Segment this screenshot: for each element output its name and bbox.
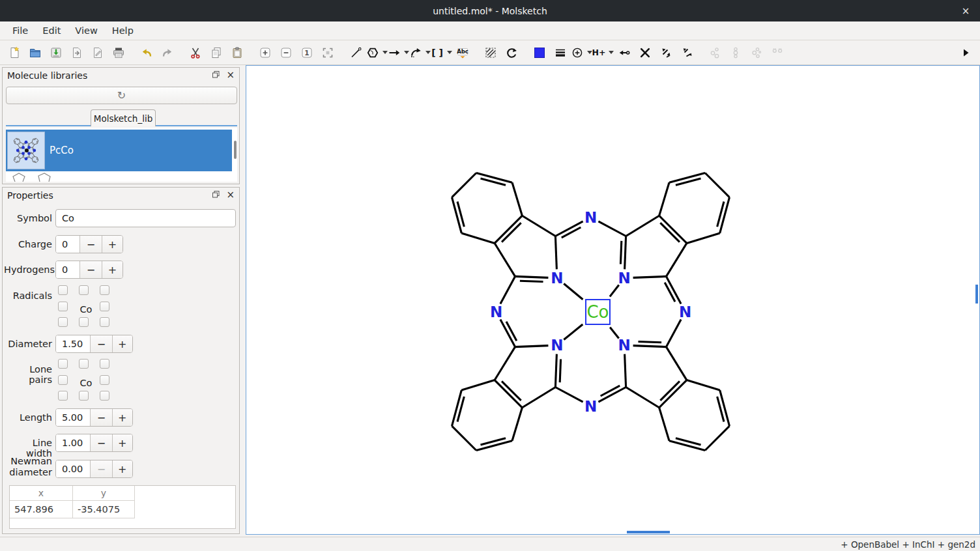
hydrogen-tool-icon[interactable]: H+	[592, 42, 614, 63]
float-panel-icon[interactable]	[212, 70, 220, 81]
chevron-down-icon[interactable]	[609, 51, 614, 54]
copy-icon[interactable]	[206, 42, 227, 63]
new-file-icon[interactable]	[4, 42, 25, 63]
reaction-arrow-icon[interactable]	[388, 42, 409, 63]
menu-edit[interactable]: Edit	[35, 23, 68, 38]
tab-molsketch-lib[interactable]: Molsketch_lib	[91, 109, 156, 126]
molecule-libraries-title: Molecule libraries	[7, 70, 212, 81]
menu-view[interactable]: View	[68, 23, 104, 38]
lone-pairs-label: Lone pairs	[4, 364, 52, 385]
hydrogens-decrement-button[interactable]: −	[79, 261, 101, 278]
molecule-drawing[interactable]: CoNNNNNNNN	[246, 66, 979, 534]
line-width-tool-icon[interactable]	[550, 42, 571, 63]
toolbar-expander-icon[interactable]	[955, 42, 976, 63]
open-file-icon[interactable]	[25, 42, 46, 63]
menu-help[interactable]: Help	[105, 23, 141, 38]
vertical-scrollbar-thumb[interactable]	[975, 285, 978, 304]
lone-pair-checkbox[interactable]	[100, 359, 109, 369]
zoom-out-icon[interactable]	[276, 42, 296, 63]
drawing-canvas[interactable]: CoNNNNNNNN	[246, 65, 980, 535]
svg-text:N: N	[551, 337, 563, 354]
length-value[interactable]: 5.00	[56, 409, 90, 426]
lone-pair-checkbox[interactable]	[58, 391, 68, 401]
library-scrollbar-thumb[interactable]	[234, 141, 237, 159]
paste-icon[interactable]	[227, 42, 248, 63]
diameter-value[interactable]: 1.50	[56, 335, 90, 352]
save-file-icon[interactable]	[46, 42, 66, 63]
diameter-decrement-button[interactable]: −	[90, 335, 111, 352]
radical-checkbox[interactable]	[79, 285, 89, 295]
horizontal-scrollbar-thumb[interactable]	[627, 531, 670, 533]
radical-checkbox[interactable]	[58, 285, 68, 295]
flip-tool-2-icon[interactable]	[676, 42, 697, 63]
chevron-down-icon[interactable]	[404, 51, 409, 54]
zoom-original-icon[interactable]: 1	[296, 42, 317, 63]
hydrogens-value[interactable]: 0	[56, 261, 79, 278]
rotate-tool-icon[interactable]	[501, 42, 522, 63]
newman-diameter-increment-button[interactable]: +	[112, 460, 132, 477]
library-item-pcco[interactable]: PcCo	[6, 130, 232, 171]
line-width-decrement-button[interactable]: −	[90, 434, 111, 451]
charge-label: Charge	[4, 239, 52, 249]
color-swatch-icon[interactable]	[529, 42, 550, 63]
left-dock: Molecule libraries × ↻ Molsketch_lib PcC…	[0, 65, 246, 537]
coordinate-x-cell[interactable]: 547.896	[10, 501, 73, 518]
menu-file[interactable]: File	[5, 23, 35, 38]
diameter-increment-button[interactable]: +	[112, 335, 132, 352]
redo-icon[interactable]	[157, 42, 178, 63]
symbol-input[interactable]: Co	[55, 209, 236, 227]
lone-pair-checkbox[interactable]	[58, 359, 68, 369]
charge-value[interactable]: 0	[56, 236, 79, 253]
svg-text:N: N	[584, 398, 597, 415]
library-item-next-peek[interactable]	[6, 171, 232, 182]
float-panel-icon[interactable]	[212, 190, 220, 201]
charge-decrement-button[interactable]: −	[79, 236, 101, 253]
zoom-in-icon[interactable]	[255, 42, 276, 63]
charge-tool-icon[interactable]	[571, 42, 592, 63]
save-as-file-icon[interactable]	[66, 42, 87, 63]
lone-pair-checkbox[interactable]	[79, 391, 89, 401]
electron-arrow-icon[interactable]	[614, 42, 635, 63]
charge-increment-button[interactable]: +	[102, 236, 122, 253]
coordinate-y-cell[interactable]: -35.4075	[73, 501, 135, 518]
length-decrement-button[interactable]: −	[90, 409, 111, 426]
chevron-down-icon[interactable]	[382, 51, 388, 54]
hatch-area-icon[interactable]	[480, 42, 501, 63]
radical-checkbox[interactable]	[100, 285, 109, 295]
undo-icon[interactable]	[136, 42, 157, 63]
bracket-tool-icon[interactable]: [ ]	[431, 42, 452, 63]
lone-pair-checkbox[interactable]	[79, 359, 89, 369]
close-panel-icon[interactable]: ×	[226, 190, 235, 200]
library-refresh-button[interactable]: ↻	[6, 87, 237, 104]
draw-bond-icon[interactable]	[345, 42, 366, 63]
chevron-down-icon[interactable]	[587, 51, 592, 54]
chevron-down-icon[interactable]	[447, 51, 452, 54]
line-width-increment-button[interactable]: +	[112, 434, 132, 451]
radical-checkbox[interactable]	[79, 317, 89, 327]
ring-tool-icon[interactable]	[366, 42, 388, 63]
radical-checkbox[interactable]	[100, 317, 109, 327]
line-width-value[interactable]: 1.00	[56, 434, 90, 451]
close-panel-icon[interactable]: ×	[226, 70, 235, 80]
radical-checkbox[interactable]	[100, 302, 109, 311]
newman-diameter-decrement-button[interactable]: −	[90, 460, 111, 477]
cut-icon[interactable]	[185, 42, 206, 63]
text-tool-icon[interactable]: Abc	[452, 42, 473, 63]
hydrogens-increment-button[interactable]: +	[102, 261, 122, 278]
lone-pair-checkbox[interactable]	[100, 375, 109, 385]
chevron-down-icon[interactable]	[425, 51, 431, 54]
delete-tool-icon[interactable]	[635, 42, 656, 63]
zoom-fit-icon[interactable]	[317, 42, 338, 63]
lone-pair-checkbox[interactable]	[100, 391, 109, 401]
toolbar-separator	[248, 40, 255, 64]
radical-checkbox[interactable]	[58, 302, 68, 311]
mechanism-arrow-icon[interactable]	[409, 42, 431, 63]
print-icon[interactable]	[108, 42, 129, 63]
radical-checkbox[interactable]	[58, 317, 68, 327]
length-increment-button[interactable]: +	[112, 409, 132, 426]
export-file-icon[interactable]	[87, 42, 108, 63]
lone-pair-checkbox[interactable]	[58, 375, 68, 385]
flip-tool-1-icon[interactable]	[656, 42, 676, 63]
newman-diameter-value[interactable]: 0.00	[56, 460, 90, 477]
window-close-button[interactable]: ×	[957, 0, 975, 21]
